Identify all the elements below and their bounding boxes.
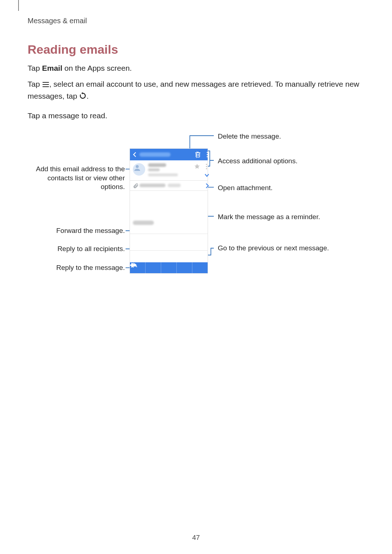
callout-reply: Reply to the message. (28, 263, 125, 272)
svg-point-19 (207, 152, 208, 153)
timestamp-blurred (148, 173, 178, 176)
reply-all-icon (146, 262, 161, 273)
callout-prev-next: Go to the previous or next message. (218, 244, 348, 253)
diagram: Delete the message. Access additional op… (28, 130, 364, 282)
svg-point-22 (136, 165, 139, 168)
callout-open-attachment: Open attachment. (218, 184, 348, 193)
svg-point-21 (207, 156, 208, 157)
callout-delete: Delete the message. (218, 132, 348, 141)
callout-add-contact: Add this email address to the contacts l… (28, 165, 125, 192)
divider (130, 234, 208, 234)
subject-blurred (139, 152, 171, 157)
sender-blurred (148, 163, 166, 167)
email-header (130, 160, 208, 181)
svg-point-25 (206, 168, 207, 169)
forward-icon (161, 262, 177, 273)
page-number: 47 (0, 534, 392, 542)
text: Tap (28, 80, 42, 88)
svg-point-24 (206, 166, 207, 167)
paragraph-3: Tap a message to read. (28, 110, 364, 122)
svg-point-23 (206, 164, 207, 165)
callout-reminder: Mark the message as a reminder. (218, 213, 348, 222)
menu-icon (42, 79, 49, 91)
manual-page: Messages & email Reading emails Tap Emai… (0, 0, 392, 282)
prev-message-icon (177, 262, 192, 273)
bold-text: Email (42, 64, 62, 72)
attachment-name-blurred (139, 184, 166, 187)
avatar-icon (133, 163, 145, 176)
callout-additional: Access additional options. (218, 157, 348, 166)
text: on the Apps screen. (62, 64, 132, 72)
running-head: Messages & email (28, 17, 364, 25)
email-bottom-toolbar (130, 262, 208, 273)
recipient-blurred (148, 168, 160, 171)
signature-blurred (133, 221, 154, 225)
refresh-icon (79, 91, 86, 103)
paragraph-2: Tap , select an email account to use, an… (28, 78, 364, 103)
text: Tap (28, 64, 42, 72)
phone-screenshot (130, 149, 208, 273)
callout-forward: Forward the message. (28, 226, 125, 235)
paragraph-1: Tap Email on the Apps screen. (28, 62, 364, 74)
text: . (86, 92, 89, 100)
next-message-icon (192, 262, 208, 273)
callout-reply-all: Reply to all recipients. (28, 245, 125, 254)
section-heading: Reading emails (28, 42, 364, 57)
attachment-row (130, 181, 208, 191)
divider (130, 250, 208, 251)
divider (196, 151, 197, 158)
email-titlebar (130, 149, 208, 160)
svg-point-20 (207, 154, 208, 155)
attachment-size-blurred (168, 184, 181, 187)
text: , select an email account to use, and ne… (28, 80, 359, 100)
